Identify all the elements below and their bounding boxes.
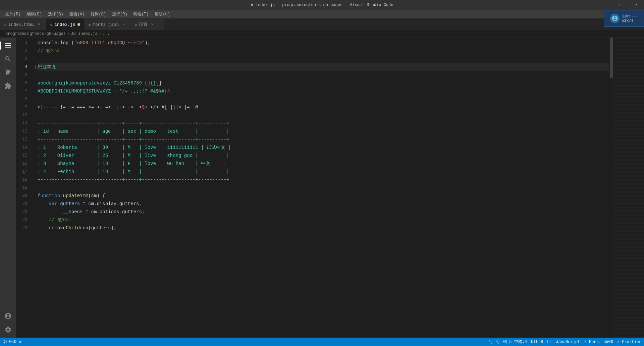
status-no-problems[interactable]: ⊘ [19, 339, 21, 344]
code-area[interactable]: console.log ("o0O8 iIlL1 g9qCGQ ~-+=>");… [35, 38, 609, 338]
breadcrumb-root[interactable]: programmingfonts-gh-pages [5, 32, 66, 36]
line-num-16: 16 [16, 160, 31, 168]
network-speed: 连接中... 53k/s [622, 14, 638, 23]
line-num-12: 12 [16, 127, 31, 135]
activity-explorer[interactable] [3, 40, 13, 51]
code-line-23: // 敏Ymm [38, 216, 609, 224]
line-num-9: 9 [16, 103, 31, 111]
activity-settings[interactable] [3, 324, 13, 335]
code-line-21: var gutters = cm.display.gutters, [38, 200, 609, 208]
activity-extensions[interactable] [3, 80, 13, 91]
menu-goto[interactable]: 转到(G) [88, 11, 109, 18]
code-line-1: console.log ("o0O8 iIlL1 g9qCGQ ~-+=>"); [38, 39, 609, 47]
breadcrumb-symbol[interactable]: ... [103, 32, 110, 36]
menu-terminal[interactable]: 终端(T) [131, 11, 152, 18]
tab-close-fonts-json[interactable]: × [121, 22, 126, 27]
line-num-19: 19 [16, 184, 31, 192]
window-controls[interactable]: ─ □ × [598, 0, 644, 10]
code-line-19 [38, 184, 609, 192]
line-num-6: 6 [16, 79, 31, 87]
menu-edit[interactable]: 编辑(E) [24, 11, 45, 18]
line-num-22: 22 [16, 208, 31, 216]
settings-tab-icon: ⚙ [135, 22, 137, 27]
maximize-button[interactable]: □ [613, 0, 629, 10]
menu-file[interactable]: 文件(F) [3, 11, 23, 18]
breadcrumb-file[interactable]: JS index.js [71, 32, 97, 36]
line-num-10: 10 [16, 111, 31, 119]
html-icon: ◇ [4, 22, 6, 27]
status-line-ending[interactable]: LF [547, 340, 552, 344]
status-cursor-position[interactable]: 行 4, 列 5 空格:4 [489, 339, 527, 345]
line-num-3: 3 [16, 55, 31, 63]
network-avatar [610, 14, 620, 23]
tab-label-settings: 设置 [139, 21, 148, 27]
tab-fonts-json[interactable]: ◇ fonts.json × [85, 18, 131, 30]
line-num-13: 13 [16, 135, 31, 143]
status-bar: ⓪ 0△0 ⊘ 行 4, 列 5 空格:4 UTF-8 LF JavaScrip… [0, 338, 644, 346]
tab-settings[interactable]: ⚙ 设置 × [130, 18, 164, 30]
code-line-6: abcdefghijklmnopqrstuvwxyz 0123456789 ()… [38, 79, 609, 87]
close-button[interactable]: × [629, 0, 644, 10]
code-line-14: | 1 | Roberta | 39 | M | love | 11111111… [38, 143, 609, 152]
tab-close-index-html[interactable]: × [37, 22, 42, 27]
code-line-22: __specs = cm.options.gutters; [38, 208, 609, 216]
tab-index-html[interactable]: ◇ index.html × [0, 18, 46, 30]
json-icon: ◇ [89, 22, 91, 27]
code-line-10 [38, 111, 609, 119]
tab-label-fonts-json: fonts.json [93, 22, 119, 27]
tab-close-settings[interactable]: × [150, 22, 155, 27]
code-line-7: ABCDEFGHIJKLMNOPQRSTUVWXYZ +-*/= .,;:!? … [38, 87, 609, 95]
activity-account[interactable] [3, 311, 13, 322]
status-bar-right: 行 4, 列 5 空格:4 UTF-8 LF JavaScript ⚡ Port… [489, 339, 641, 345]
code-line-8 [38, 95, 609, 103]
menu-run[interactable]: 运行(R) [109, 11, 130, 18]
code-line-3 [38, 55, 609, 63]
tab-bar: ◇ index.html × ◇ index.js ◇ fonts.json ×… [0, 18, 644, 30]
activity-source-control[interactable] [3, 67, 13, 78]
line-num-4: 4 [16, 63, 31, 71]
code-line-11: +----+---------------+--------+-----+---… [38, 119, 609, 127]
code-line-2: // 敏Ymm [38, 47, 609, 55]
code-line-20: function updateYmm(cm) { [38, 192, 609, 200]
line-num-2: 2 [16, 47, 31, 55]
line-num-7: 7 [16, 87, 31, 95]
status-encoding[interactable]: UTF-8 [531, 340, 543, 344]
scrollbar[interactable] [609, 38, 614, 338]
code-line-18: +----+---------------+--------+-----+---… [38, 176, 609, 184]
activity-search[interactable] [3, 54, 13, 64]
breakpoint-icon [35, 65, 36, 69]
line-num-1: 1 [16, 39, 31, 47]
status-prettier[interactable]: ✓ Prettier [617, 339, 641, 344]
line-num-24: 24 [16, 224, 31, 232]
code-line-9: <!-- -- != := === >= >- => |-> -> <$> </… [38, 103, 609, 111]
main-area: 1 2 3 4 5 6 7 8 9 10 11 12 13 14 15 16 1… [0, 38, 644, 338]
title-bar: ● index.js - programmingfonts-gh-pages -… [0, 0, 644, 10]
editor: 1 2 3 4 5 6 7 8 9 10 11 12 13 14 15 16 1… [16, 38, 644, 338]
menu-view[interactable]: 查看(V) [67, 11, 88, 18]
menu-help[interactable]: 帮助(H) [152, 11, 173, 18]
code-line-17: | 4 | Fechin | 18 | M | | | | [38, 168, 609, 176]
network-speed-value: 53k/s [622, 18, 638, 23]
js-icon: ◇ [50, 22, 53, 27]
status-port[interactable]: ⚡ Port: 5500 [584, 339, 613, 344]
status-errors[interactable]: ⓪ 0△0 [3, 339, 16, 345]
line-num-15: 15 [16, 152, 31, 160]
status-language[interactable]: JavaScript [556, 340, 580, 344]
code-line-24: removeChildren(gutters); [38, 224, 609, 232]
minimize-button[interactable]: ─ [598, 0, 613, 10]
line-num-8: 8 [16, 95, 31, 103]
modified-dot [77, 23, 80, 26]
code-line-13: +----+---------------+--------+-----+---… [38, 135, 609, 143]
line-num-18: 18 [16, 176, 31, 184]
code-line-12: | id | name | age | sex | demo | test | … [38, 127, 609, 135]
code-line-15: | 2 | Oliver | 25 | M | live | zhong guo… [38, 152, 609, 160]
window-title: ● index.js - programmingfonts-gh-pages -… [251, 3, 393, 7]
code-line-4: 思源等宽 [38, 63, 609, 71]
line-num-5: 5 [16, 71, 31, 79]
line-num-21: 21 [16, 200, 31, 208]
activity-bar [0, 38, 16, 338]
scrollbar-thumb[interactable] [610, 38, 613, 78]
breadcrumb: programmingfonts-gh-pages › JS index.js … [0, 30, 644, 38]
tab-index-js[interactable]: ◇ index.js [46, 18, 85, 30]
menu-select[interactable]: 选择(S) [45, 11, 66, 18]
